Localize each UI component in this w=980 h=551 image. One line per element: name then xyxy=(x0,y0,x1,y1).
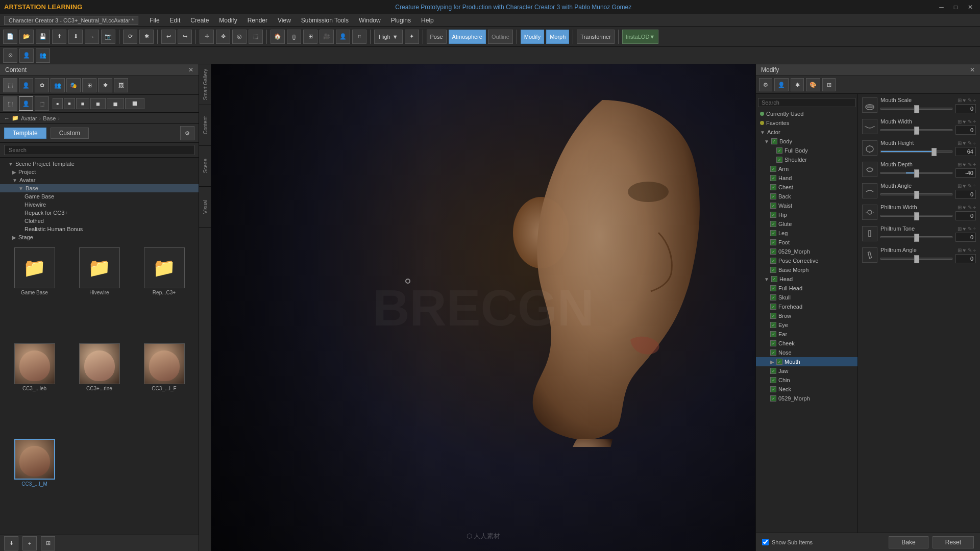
philtrum-width-value[interactable] xyxy=(955,211,976,220)
tab-custom[interactable]: Custom xyxy=(51,128,89,139)
mt-pose-corrective[interactable]: ✓ Pose Corrective xyxy=(756,256,857,265)
modify-tb-2[interactable]: 👤 xyxy=(774,78,789,91)
mesh-button[interactable]: ⌗ xyxy=(352,30,366,44)
content-close-icon[interactable]: ✕ xyxy=(188,66,193,73)
frame-button[interactable]: ⬚ xyxy=(249,30,263,44)
philtrum-width-track[interactable] xyxy=(880,215,952,217)
visual-tab[interactable]: Visual xyxy=(199,187,211,228)
mt-ear[interactable]: ✓ Ear xyxy=(756,330,857,339)
philtrum-angle-track[interactable] xyxy=(880,258,952,260)
content-item-rep-c3[interactable]: 📁 Rep...C3+ xyxy=(134,247,194,339)
size-xxl[interactable]: ■ xyxy=(125,98,144,109)
mt-chin[interactable]: ✓ Chin xyxy=(756,375,857,385)
tree-hivewire[interactable]: Hivewire xyxy=(0,201,199,209)
reset-button[interactable]: Reset xyxy=(933,536,974,548)
menu-file[interactable]: File xyxy=(144,16,164,25)
tab-settings-icon[interactable]: ⚙ xyxy=(180,126,194,140)
tab-template[interactable]: Template xyxy=(4,128,46,139)
home-button[interactable]: 🏠 xyxy=(271,30,285,44)
mt-skull[interactable]: ✓ Skull xyxy=(756,293,857,302)
content-icon-4[interactable]: 👥 xyxy=(51,78,65,92)
size-xl[interactable]: ■ xyxy=(107,98,124,109)
atmosphere-button[interactable]: Atmosphere xyxy=(449,30,486,44)
tree-repack[interactable]: Repack for CC3+ xyxy=(0,209,199,217)
transformer-button[interactable]: Transformer xyxy=(577,30,615,44)
mouth-scale-thumb[interactable] xyxy=(914,105,919,113)
quality-dropdown[interactable]: High ▼ xyxy=(374,30,403,44)
tb2-btn1[interactable]: ⊙ xyxy=(3,48,17,63)
content-item-hivewire[interactable]: 📁 Hivewire xyxy=(69,247,130,339)
mouth-angle-track[interactable] xyxy=(880,193,952,195)
sun-button[interactable]: ✦ xyxy=(405,30,419,44)
mt-glute[interactable]: ✓ Glute xyxy=(756,219,857,229)
mt-back[interactable]: ✓ Back xyxy=(756,192,857,201)
mt-favorites[interactable]: Favorites xyxy=(756,118,857,128)
content-item-cc3-i-f[interactable]: CC3_...I_F xyxy=(134,343,194,435)
mouth-scale-value[interactable] xyxy=(955,104,976,113)
mt-cheek[interactable]: ✓ Cheek xyxy=(756,339,857,348)
menu-help[interactable]: Help xyxy=(416,16,439,25)
mouth-height-thumb[interactable] xyxy=(932,148,937,156)
size-s[interactable]: ■ xyxy=(64,98,75,109)
mt-leg[interactable]: ✓ Leg xyxy=(756,229,857,238)
modify-tb-5[interactable]: ⊞ xyxy=(822,78,836,91)
tree-scene-project[interactable]: ▼ Scene Project Template xyxy=(0,160,199,168)
undo-button[interactable]: ↩ xyxy=(161,30,176,44)
mt-shoulder[interactable]: ▶ ✓ Shoulder xyxy=(756,155,857,164)
mt-full-head[interactable]: ✓ Full Head xyxy=(756,284,857,293)
mt-head[interactable]: ▼ ✓ Head xyxy=(756,274,857,284)
mouth-height-track[interactable] xyxy=(880,151,952,153)
instalod-button[interactable]: InstaLOD ▼ xyxy=(622,30,658,44)
add-button[interactable]: + xyxy=(22,536,37,550)
content-icon-r2[interactable]: 👤 xyxy=(19,96,33,111)
mouth-angle-thumb[interactable] xyxy=(914,191,919,199)
content-icon-7[interactable]: ✱ xyxy=(98,78,112,92)
philtrum-tone-track[interactable] xyxy=(880,236,952,238)
scene-tab[interactable]: Scene xyxy=(199,146,211,187)
tb2-btn2[interactable]: 👤 xyxy=(19,48,34,63)
mt-neck[interactable]: ✓ Neck xyxy=(756,385,857,394)
pose-button[interactable]: Pose xyxy=(427,30,447,44)
tree-game-base[interactable]: Game Base xyxy=(0,192,199,201)
content-item-cc3-rine[interactable]: CC3+...rine xyxy=(69,343,130,435)
content-icon-3[interactable]: ✿ xyxy=(35,78,49,92)
rotate-button[interactable]: ⟳ xyxy=(123,30,137,44)
mouth-depth-thumb[interactable] xyxy=(914,169,919,178)
download-button[interactable]: ⬇ xyxy=(4,536,18,550)
mouth-height-value[interactable] xyxy=(955,147,976,156)
content-icon-6[interactable]: ⊞ xyxy=(82,78,96,92)
modify-tb-1[interactable]: ⚙ xyxy=(759,78,772,91)
size-l[interactable]: ■ xyxy=(90,98,106,109)
tree-stage[interactable]: ▶ Stage xyxy=(0,233,199,241)
content-icon-r3[interactable]: ⬚ xyxy=(35,96,49,111)
morph-search-input[interactable] xyxy=(758,98,855,107)
mt-foot[interactable]: ✓ Foot xyxy=(756,238,857,247)
mouth-width-value[interactable] xyxy=(955,126,976,135)
maximize-button[interactable]: □ xyxy=(951,4,961,11)
mouth-width-track[interactable] xyxy=(880,129,952,131)
import-button[interactable]: ⬆ xyxy=(52,30,66,44)
camera-button[interactable]: 🎥 xyxy=(320,30,334,44)
modify-button[interactable]: Modify xyxy=(521,30,544,44)
mouth-depth-track[interactable] xyxy=(880,172,952,174)
close-button[interactable]: ✕ xyxy=(965,4,976,11)
minimize-button[interactable]: ─ xyxy=(936,4,947,11)
content-icon-2[interactable]: 👤 xyxy=(19,78,33,92)
mt-hip[interactable]: ✓ Hip xyxy=(756,210,857,219)
menu-modify[interactable]: Modify xyxy=(214,16,242,25)
mt-forehead[interactable]: ✓ Forehead xyxy=(756,302,857,311)
mt-eye[interactable]: ✓ Eye xyxy=(756,320,857,330)
capture-button[interactable]: 📷 xyxy=(101,30,115,44)
outline-button[interactable]: Outline xyxy=(488,30,513,44)
mouth-depth-value[interactable] xyxy=(955,168,976,178)
content-icon-8[interactable]: 🖼 xyxy=(114,78,128,92)
bc-base[interactable]: Base xyxy=(43,115,56,121)
redo-button[interactable]: ↪ xyxy=(178,30,192,44)
menu-create[interactable]: Create xyxy=(185,16,214,25)
export-button[interactable]: ⬇ xyxy=(68,30,83,44)
menu-view[interactable]: View xyxy=(273,16,296,25)
show-sub-items-checkbox[interactable] xyxy=(762,539,769,545)
menu-edit[interactable]: Edit xyxy=(165,16,186,25)
philtrum-width-thumb[interactable] xyxy=(914,212,919,220)
mt-brow[interactable]: ✓ Brow xyxy=(756,311,857,320)
